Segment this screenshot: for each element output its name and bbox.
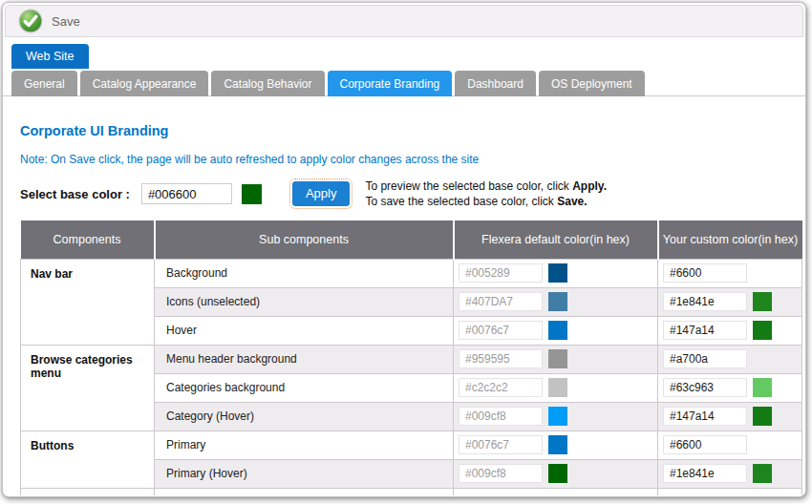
default-color-input xyxy=(459,321,543,340)
custom-color-cell xyxy=(658,316,802,345)
default-color-cell xyxy=(454,459,658,488)
sub-component-cell: Icons (unselected) xyxy=(155,287,454,316)
custom-color-swatch xyxy=(753,321,772,340)
default-color-cell xyxy=(454,345,658,373)
default-color-swatch xyxy=(548,263,567,283)
base-color-label: Select base color : xyxy=(20,187,130,201)
default-color-cell xyxy=(454,373,658,402)
branding-table: Components Sub components Flexera defaul… xyxy=(20,220,802,495)
toolbar: Save xyxy=(5,5,803,37)
component-cell: Buttons xyxy=(21,430,155,488)
default-color-input xyxy=(459,349,543,368)
default-color-cell xyxy=(454,430,658,459)
note-text: Note: On Save click, the page will be au… xyxy=(20,153,788,166)
save-button[interactable]: Save xyxy=(18,9,80,33)
custom-color-swatch xyxy=(753,407,772,426)
custom-color-input[interactable] xyxy=(663,321,747,340)
custom-color-cell xyxy=(658,402,802,430)
custom-color-swatch xyxy=(753,292,772,311)
sub-component-cell: Primary (Hover) xyxy=(155,459,454,488)
custom-color-swatch xyxy=(753,464,772,483)
default-color-cell xyxy=(454,316,658,345)
tab-corporate-branding[interactable]: Corporate Branding xyxy=(328,71,453,96)
custom-color-cell xyxy=(658,287,802,316)
default-color-input xyxy=(459,435,543,454)
tab-web-site[interactable]: Web Site xyxy=(11,44,89,69)
tab-catalog-appearance[interactable]: Catalog Appearance xyxy=(80,71,209,96)
component-cell: Nav bar xyxy=(21,259,155,345)
custom-color-cell xyxy=(658,459,802,488)
tab-catalog-behavior[interactable]: Catalog Behavior xyxy=(211,71,324,96)
sub-component-cell: Hover xyxy=(155,316,454,345)
custom-color-input[interactable] xyxy=(663,349,747,368)
custom-color-input[interactable] xyxy=(663,435,747,454)
page-title: Corporate UI Branding xyxy=(20,123,788,138)
default-color-swatch xyxy=(548,407,567,426)
table-header-row: Components Sub components Flexera defaul… xyxy=(21,220,802,259)
default-color-input xyxy=(459,263,543,283)
sub-component-cell: Background xyxy=(155,259,454,287)
tab-general[interactable]: General xyxy=(11,71,77,96)
sub-component-cell: Category (Hover) xyxy=(155,402,454,430)
save-check-icon xyxy=(18,9,43,33)
header-custom-color: Your custom color(in hex) xyxy=(658,220,802,259)
default-color-input xyxy=(459,378,543,397)
tab-dashboard[interactable]: Dashboard xyxy=(455,71,536,96)
custom-color-input[interactable] xyxy=(663,263,747,283)
default-color-input xyxy=(459,292,543,311)
custom-color-input[interactable] xyxy=(663,292,747,311)
custom-color-cell xyxy=(658,430,802,459)
tab-strip: GeneralCatalog AppearanceCatalog Behavio… xyxy=(3,71,805,96)
sub-component-cell: Menu header background xyxy=(155,345,454,373)
tab-os-deployment[interactable]: OS Deployment xyxy=(539,71,645,96)
component-cell: Browse categories menu xyxy=(21,345,155,430)
default-color-swatch xyxy=(548,464,567,483)
sub-component-cell: Primary xyxy=(155,430,454,459)
save-label: Save xyxy=(52,14,80,29)
branding-table-body: Nav barBackgroundIcons (unselected)Hover… xyxy=(21,259,802,495)
table-row: ButtonsPrimary xyxy=(21,430,802,459)
default-color-cell xyxy=(454,287,658,316)
custom-color-cell xyxy=(658,373,802,402)
default-color-swatch xyxy=(548,435,567,454)
instruction-line-save: To save the selected base color, click S… xyxy=(365,194,607,209)
default-color-input xyxy=(459,464,543,483)
instructions-text: To preview the selected base color, clic… xyxy=(365,178,607,209)
app-window: Save Web Site GeneralCatalog AppearanceC… xyxy=(2,2,806,497)
custom-color-input[interactable] xyxy=(663,407,747,426)
custom-color-input[interactable] xyxy=(663,464,747,483)
custom-color-cell xyxy=(658,345,802,373)
default-color-swatch xyxy=(548,349,567,368)
apply-button[interactable]: Apply xyxy=(292,181,351,206)
table-row: Nav barBackground xyxy=(21,259,802,287)
custom-color-swatch xyxy=(753,378,772,397)
header-sub-components: Sub components xyxy=(155,220,454,259)
custom-color-input[interactable] xyxy=(663,378,747,397)
base-color-input[interactable] xyxy=(141,183,232,204)
default-color-cell xyxy=(454,402,658,430)
default-color-swatch xyxy=(548,378,567,397)
table-row: Browse categories menuMenu header backgr… xyxy=(21,345,802,373)
header-flexera-default: Flexera default color(in hex) xyxy=(454,220,658,259)
custom-color-cell xyxy=(658,259,802,287)
default-color-swatch xyxy=(548,292,567,311)
content-area: Corporate UI Branding Note: On Save clic… xyxy=(3,123,805,495)
sub-component-cell: Categories background xyxy=(155,373,454,402)
header-components: Components xyxy=(21,220,155,259)
default-color-swatch xyxy=(548,321,567,340)
default-color-input xyxy=(459,407,543,426)
base-color-swatch xyxy=(242,184,262,204)
base-color-row: Select base color : Apply To preview the… xyxy=(20,181,788,206)
instruction-line-apply: To preview the selected base color, clic… xyxy=(365,178,607,194)
partial-row xyxy=(21,488,802,495)
default-color-cell xyxy=(454,259,658,287)
